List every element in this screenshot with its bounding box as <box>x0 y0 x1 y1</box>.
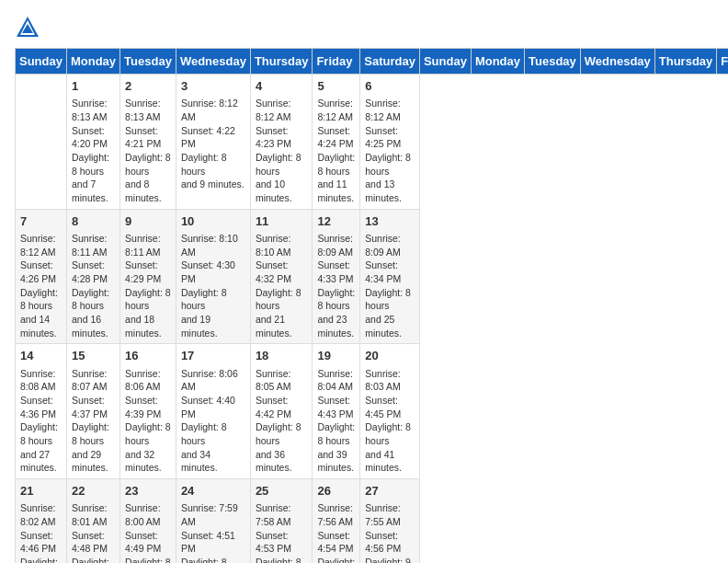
page-header <box>15 15 713 40</box>
day-number: 16 <box>125 348 171 364</box>
calendar-cell: 1Sunrise: 8:13 AM Sunset: 4:20 PM Daylig… <box>66 75 119 210</box>
calendar-cell: 19Sunrise: 8:04 AM Sunset: 4:43 PM Dayli… <box>313 344 360 479</box>
calendar-cell: 4Sunrise: 8:12 AM Sunset: 4:23 PM Daylig… <box>250 75 313 210</box>
cell-content: Sunrise: 8:13 AM Sunset: 4:20 PM Dayligh… <box>72 97 115 205</box>
calendar-header-row: SundayMondayTuesdayWednesdayThursdayFrid… <box>16 49 729 75</box>
cell-content: Sunrise: 8:11 AM Sunset: 4:29 PM Dayligh… <box>125 232 171 340</box>
calendar-cell <box>16 75 67 210</box>
day-number: 20 <box>365 348 415 364</box>
week-row-4: 21Sunrise: 8:02 AM Sunset: 4:46 PM Dayli… <box>16 479 729 563</box>
day-number: 18 <box>256 348 308 364</box>
day-header-friday: Friday <box>313 49 360 75</box>
day-header-sunday: Sunday <box>419 49 471 75</box>
day-number: 14 <box>20 348 62 364</box>
day-number: 1 <box>72 78 115 95</box>
calendar-cell: 10Sunrise: 8:10 AM Sunset: 4:30 PM Dayli… <box>176 209 250 344</box>
day-number: 17 <box>181 348 245 364</box>
calendar-cell: 14Sunrise: 8:08 AM Sunset: 4:36 PM Dayli… <box>16 344 67 479</box>
calendar-cell: 5Sunrise: 8:12 AM Sunset: 4:24 PM Daylig… <box>313 75 360 210</box>
calendar-cell: 12Sunrise: 8:09 AM Sunset: 4:33 PM Dayli… <box>313 209 360 344</box>
cell-content: Sunrise: 8:06 AM Sunset: 4:39 PM Dayligh… <box>125 367 171 476</box>
day-number: 24 <box>181 483 245 500</box>
day-header-saturday: Saturday <box>360 49 420 75</box>
calendar-cell: 7Sunrise: 8:12 AM Sunset: 4:26 PM Daylig… <box>16 209 67 344</box>
cell-content: Sunrise: 7:56 AM Sunset: 4:54 PM Dayligh… <box>317 501 355 563</box>
day-header-wednesday: Wednesday <box>176 49 250 75</box>
day-header-thursday: Thursday <box>654 49 717 75</box>
calendar-cell: 9Sunrise: 8:11 AM Sunset: 4:29 PM Daylig… <box>120 209 176 344</box>
week-row-2: 7Sunrise: 8:12 AM Sunset: 4:26 PM Daylig… <box>16 209 729 344</box>
calendar-cell: 26Sunrise: 7:56 AM Sunset: 4:54 PM Dayli… <box>313 479 360 563</box>
day-number: 27 <box>365 483 415 500</box>
cell-content: Sunrise: 8:06 AM Sunset: 4:40 PM Dayligh… <box>181 367 245 476</box>
cell-content: Sunrise: 8:09 AM Sunset: 4:33 PM Dayligh… <box>317 232 355 340</box>
day-number: 13 <box>365 213 415 230</box>
day-header-thursday: Thursday <box>250 49 313 75</box>
cell-content: Sunrise: 8:12 AM Sunset: 4:23 PM Dayligh… <box>256 97 308 205</box>
day-number: 12 <box>317 213 355 230</box>
calendar-cell: 17Sunrise: 8:06 AM Sunset: 4:40 PM Dayli… <box>176 344 250 479</box>
day-number: 8 <box>72 213 115 230</box>
day-number: 5 <box>317 78 355 95</box>
cell-content: Sunrise: 8:02 AM Sunset: 4:46 PM Dayligh… <box>20 501 62 563</box>
cell-content: Sunrise: 8:12 AM Sunset: 4:26 PM Dayligh… <box>20 232 62 340</box>
day-number: 15 <box>72 348 115 364</box>
day-number: 21 <box>20 483 62 500</box>
day-number: 22 <box>72 483 115 500</box>
calendar-cell: 24Sunrise: 7:59 AM Sunset: 4:51 PM Dayli… <box>176 479 250 563</box>
cell-content: Sunrise: 8:11 AM Sunset: 4:28 PM Dayligh… <box>72 232 115 340</box>
cell-content: Sunrise: 8:10 AM Sunset: 4:30 PM Dayligh… <box>181 232 245 340</box>
cell-content: Sunrise: 8:00 AM Sunset: 4:49 PM Dayligh… <box>125 501 171 563</box>
calendar-cell: 18Sunrise: 8:05 AM Sunset: 4:42 PM Dayli… <box>250 344 313 479</box>
calendar-cell: 22Sunrise: 8:01 AM Sunset: 4:48 PM Dayli… <box>66 479 119 563</box>
cell-content: Sunrise: 8:04 AM Sunset: 4:43 PM Dayligh… <box>317 367 355 476</box>
calendar-cell: 11Sunrise: 8:10 AM Sunset: 4:32 PM Dayli… <box>250 209 313 344</box>
day-number: 4 <box>256 78 308 95</box>
cell-content: Sunrise: 8:12 AM Sunset: 4:25 PM Dayligh… <box>365 97 415 205</box>
day-header-friday: Friday <box>717 49 728 75</box>
logo <box>15 15 44 40</box>
logo-icon <box>15 15 40 40</box>
day-number: 9 <box>125 213 171 230</box>
day-number: 19 <box>317 348 355 364</box>
day-number: 26 <box>317 483 355 500</box>
day-header-tuesday: Tuesday <box>525 49 581 75</box>
cell-content: Sunrise: 8:05 AM Sunset: 4:42 PM Dayligh… <box>256 367 308 476</box>
day-header-tuesday: Tuesday <box>120 49 176 75</box>
calendar-table: SundayMondayTuesdayWednesdayThursdayFrid… <box>15 48 728 563</box>
cell-content: Sunrise: 8:09 AM Sunset: 4:34 PM Dayligh… <box>365 232 415 340</box>
calendar-cell: 20Sunrise: 8:03 AM Sunset: 4:45 PM Dayli… <box>360 344 420 479</box>
cell-content: Sunrise: 7:58 AM Sunset: 4:53 PM Dayligh… <box>256 501 308 563</box>
cell-content: Sunrise: 8:12 AM Sunset: 4:24 PM Dayligh… <box>317 97 355 205</box>
cell-content: Sunrise: 7:55 AM Sunset: 4:56 PM Dayligh… <box>365 501 415 563</box>
calendar-cell: 6Sunrise: 8:12 AM Sunset: 4:25 PM Daylig… <box>360 75 420 210</box>
week-row-3: 14Sunrise: 8:08 AM Sunset: 4:36 PM Dayli… <box>16 344 729 479</box>
calendar-cell: 21Sunrise: 8:02 AM Sunset: 4:46 PM Dayli… <box>16 479 67 563</box>
calendar-cell: 13Sunrise: 8:09 AM Sunset: 4:34 PM Dayli… <box>360 209 420 344</box>
cell-content: Sunrise: 8:08 AM Sunset: 4:36 PM Dayligh… <box>20 367 62 476</box>
cell-content: Sunrise: 8:07 AM Sunset: 4:37 PM Dayligh… <box>72 367 115 476</box>
day-header-monday: Monday <box>471 49 524 75</box>
calendar-cell: 25Sunrise: 7:58 AM Sunset: 4:53 PM Dayli… <box>250 479 313 563</box>
day-number: 2 <box>125 78 171 95</box>
day-number: 23 <box>125 483 171 500</box>
day-number: 6 <box>365 78 415 95</box>
cell-content: Sunrise: 7:59 AM Sunset: 4:51 PM Dayligh… <box>181 501 245 563</box>
day-header-monday: Monday <box>66 49 119 75</box>
calendar-cell: 2Sunrise: 8:13 AM Sunset: 4:21 PM Daylig… <box>120 75 176 210</box>
calendar-cell: 16Sunrise: 8:06 AM Sunset: 4:39 PM Dayli… <box>120 344 176 479</box>
day-header-sunday: Sunday <box>16 49 67 75</box>
cell-content: Sunrise: 8:12 AM Sunset: 4:22 PM Dayligh… <box>181 97 245 191</box>
day-header-wednesday: Wednesday <box>580 49 654 75</box>
calendar-cell: 3Sunrise: 8:12 AM Sunset: 4:22 PM Daylig… <box>176 75 250 210</box>
cell-content: Sunrise: 8:03 AM Sunset: 4:45 PM Dayligh… <box>365 367 415 476</box>
calendar-cell: 15Sunrise: 8:07 AM Sunset: 4:37 PM Dayli… <box>66 344 119 479</box>
day-number: 10 <box>181 213 245 230</box>
cell-content: Sunrise: 8:13 AM Sunset: 4:21 PM Dayligh… <box>125 97 171 205</box>
cell-content: Sunrise: 8:10 AM Sunset: 4:32 PM Dayligh… <box>256 232 308 340</box>
day-number: 3 <box>181 78 245 95</box>
day-number: 11 <box>256 213 308 230</box>
calendar-cell: 27Sunrise: 7:55 AM Sunset: 4:56 PM Dayli… <box>360 479 420 563</box>
day-number: 25 <box>256 483 308 500</box>
calendar-cell: 8Sunrise: 8:11 AM Sunset: 4:28 PM Daylig… <box>66 209 119 344</box>
